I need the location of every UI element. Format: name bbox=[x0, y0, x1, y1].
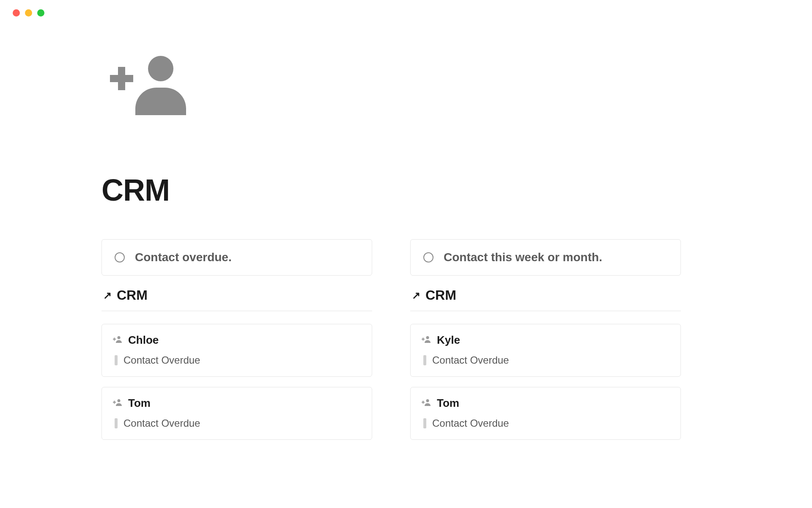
svg-point-0 bbox=[148, 56, 173, 81]
linked-database-header[interactable]: ↗ CRM bbox=[410, 287, 681, 303]
contact-card[interactable]: Tom Contact Overdue bbox=[102, 387, 372, 440]
checkbox-icon[interactable] bbox=[423, 252, 433, 262]
svg-rect-11 bbox=[422, 337, 423, 340]
add-person-icon bbox=[422, 336, 431, 345]
svg-point-12 bbox=[426, 399, 429, 402]
priority-icon bbox=[423, 355, 426, 365]
svg-rect-2 bbox=[118, 67, 125, 90]
arrow-up-right-icon: ↗ bbox=[412, 290, 420, 301]
priority-icon bbox=[115, 418, 118, 428]
contact-status: Contact Overdue bbox=[432, 354, 509, 366]
svg-rect-8 bbox=[114, 400, 115, 403]
database-title: CRM bbox=[117, 287, 148, 303]
column-this-week: Contact this week or month. ↗ CRM bbox=[410, 239, 681, 450]
contact-name: Tom bbox=[437, 397, 459, 410]
contact-card[interactable]: Kyle Contact Overdue bbox=[410, 324, 681, 377]
window-controls bbox=[0, 0, 812, 17]
column-overdue: Contact overdue. ↗ CRM bbox=[102, 239, 372, 450]
window-close-button[interactable] bbox=[13, 9, 20, 17]
todo-item[interactable]: Contact overdue. bbox=[102, 239, 372, 276]
add-person-icon bbox=[113, 399, 122, 408]
svg-point-9 bbox=[426, 336, 429, 339]
contact-status: Contact Overdue bbox=[123, 417, 200, 429]
page-title: CRM bbox=[102, 173, 685, 207]
linked-database-header[interactable]: ↗ CRM bbox=[102, 287, 372, 303]
contact-card[interactable]: Chloe Contact Overdue bbox=[102, 324, 372, 377]
window-minimize-button[interactable] bbox=[25, 9, 32, 17]
svg-point-6 bbox=[118, 399, 121, 402]
contact-name: Tom bbox=[128, 397, 151, 410]
contact-status: Contact Overdue bbox=[432, 417, 509, 429]
add-person-icon bbox=[113, 336, 122, 345]
add-person-icon bbox=[422, 399, 431, 408]
todo-text: Contact this week or month. bbox=[444, 251, 602, 264]
divider bbox=[102, 311, 372, 311]
contact-name: Chloe bbox=[128, 334, 159, 347]
window-maximize-button[interactable] bbox=[37, 9, 44, 17]
todo-text: Contact overdue. bbox=[135, 251, 232, 264]
todo-item[interactable]: Contact this week or month. bbox=[410, 239, 681, 276]
contact-status: Contact Overdue bbox=[123, 354, 200, 366]
svg-rect-14 bbox=[422, 400, 423, 403]
svg-point-3 bbox=[118, 336, 121, 339]
divider bbox=[410, 311, 681, 311]
priority-icon bbox=[115, 355, 118, 365]
contact-card[interactable]: Tom Contact Overdue bbox=[410, 387, 681, 440]
arrow-up-right-icon: ↗ bbox=[103, 290, 112, 301]
checkbox-icon[interactable] bbox=[115, 252, 125, 262]
contact-name: Kyle bbox=[437, 334, 460, 347]
page-icon-add-person[interactable] bbox=[110, 55, 685, 118]
svg-rect-5 bbox=[114, 337, 115, 340]
database-title: CRM bbox=[425, 287, 456, 303]
priority-icon bbox=[423, 418, 426, 428]
